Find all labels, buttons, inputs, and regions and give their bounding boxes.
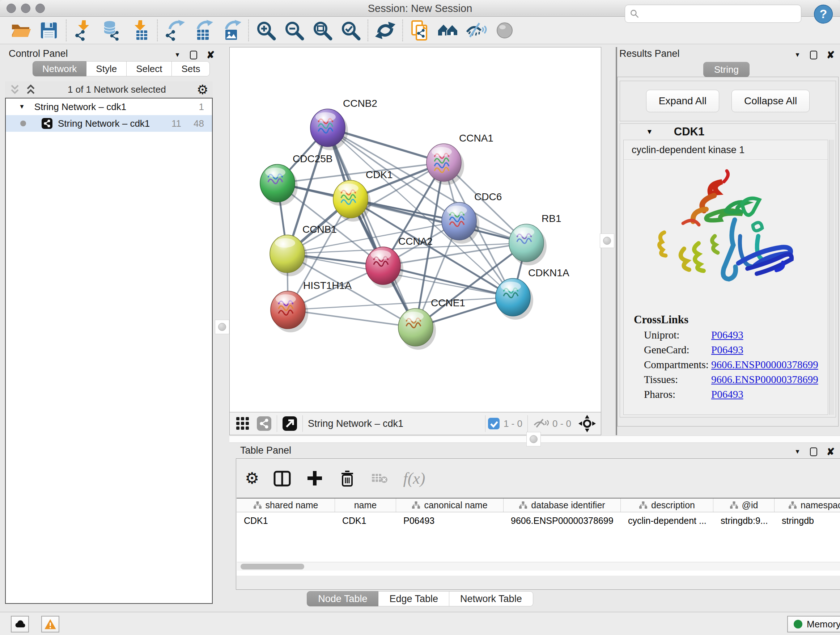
column-header-canonical-name[interactable]: canonical name bbox=[396, 499, 504, 512]
expand-all-button[interactable]: Expand All bbox=[646, 90, 719, 112]
selected-checkbox-icon[interactable] bbox=[488, 417, 500, 430]
cell[interactable]: stringdb bbox=[775, 512, 840, 529]
delete-column-icon[interactable] bbox=[338, 469, 357, 488]
import-table-file-button[interactable] bbox=[126, 18, 154, 43]
add-column-icon[interactable] bbox=[305, 469, 324, 488]
zoom-in-button[interactable] bbox=[252, 18, 280, 43]
results-scrollbar[interactable] bbox=[829, 140, 834, 415]
network-collection-row[interactable]: ▼ String Network – cdk1 1 bbox=[6, 98, 212, 115]
tab-node-table[interactable]: Node Table bbox=[307, 591, 378, 606]
float-menu-icon[interactable]: ▼ bbox=[174, 51, 180, 59]
import-network-database-button[interactable] bbox=[98, 18, 126, 43]
left-splitter-grip[interactable] bbox=[215, 320, 229, 334]
right-splitter-grip[interactable] bbox=[600, 233, 614, 248]
float-menu-icon[interactable]: ▼ bbox=[794, 51, 801, 59]
hidden-items-icon[interactable] bbox=[533, 417, 549, 430]
export-table-button[interactable] bbox=[189, 18, 217, 43]
column-header--id[interactable]: @id bbox=[714, 499, 775, 512]
cell[interactable]: 9606.ENSP00000378699 bbox=[504, 512, 621, 529]
crosslink-link[interactable]: 9606.ENSP00000378699 bbox=[711, 374, 818, 386]
label-CCNA1: CCNA1 bbox=[459, 133, 493, 144]
collapse-all-icon[interactable] bbox=[9, 84, 21, 96]
float-panel-icon[interactable] bbox=[810, 448, 817, 456]
scrollbar-thumb[interactable] bbox=[240, 564, 304, 570]
network-canvas[interactable]: CCNB2CCNA1CDC25BCDK1CDC6RB1CCNB1CCNA2CDK… bbox=[229, 47, 601, 412]
node-RB1[interactable] bbox=[509, 224, 546, 265]
fit-selected-crosshair-icon[interactable] bbox=[578, 415, 596, 432]
protein-card-header[interactable]: ▼ CDK1 bbox=[620, 124, 836, 140]
collapse-section-icon[interactable]: ▼ bbox=[646, 128, 653, 136]
cell[interactable]: CDK1 bbox=[335, 512, 396, 529]
table-horizontal-scrollbar[interactable] bbox=[237, 562, 840, 570]
horizontal-splitter-grip[interactable] bbox=[526, 432, 541, 447]
tab-edge-table[interactable]: Edge Table bbox=[378, 591, 449, 606]
network-row[interactable]: String Network – cdk1 11 48 bbox=[6, 115, 212, 132]
tab-style[interactable]: Style bbox=[87, 61, 126, 76]
float-panel-icon[interactable] bbox=[810, 51, 817, 59]
cell[interactable]: CDK1 bbox=[237, 512, 335, 529]
column-header-database-identifier[interactable]: database identifier bbox=[504, 499, 621, 512]
tab-sets[interactable]: Sets bbox=[172, 61, 210, 76]
crosslink-link[interactable]: 9606.ENSP00000378699 bbox=[711, 359, 818, 371]
cell[interactable]: P06493 bbox=[396, 512, 504, 529]
share-network-icon[interactable] bbox=[256, 416, 272, 431]
close-panel-icon[interactable]: ✘ bbox=[207, 49, 215, 61]
table-options-gear-icon[interactable]: ⚙ bbox=[245, 470, 259, 486]
search-input[interactable] bbox=[643, 9, 801, 19]
help-button[interactable]: ? bbox=[813, 4, 834, 24]
zoom-fit-button[interactable] bbox=[308, 18, 336, 43]
zoom-selected-button[interactable] bbox=[336, 18, 365, 43]
column-header-shared-name[interactable]: shared name bbox=[237, 499, 335, 512]
close-panel-icon[interactable]: ✘ bbox=[827, 446, 835, 458]
tab-select[interactable]: Select bbox=[126, 61, 172, 76]
open-in-new-window-icon[interactable] bbox=[282, 416, 297, 431]
node-CCNB2[interactable] bbox=[310, 109, 348, 150]
show-grid-icon[interactable] bbox=[235, 416, 250, 431]
node-HIST1H1A[interactable] bbox=[271, 291, 308, 333]
home-button[interactable] bbox=[434, 18, 462, 43]
warning-status-button[interactable] bbox=[41, 616, 59, 632]
node-CDKN1A[interactable] bbox=[496, 279, 533, 320]
column-header-name[interactable]: name bbox=[335, 499, 396, 512]
node-CDK1[interactable] bbox=[333, 180, 371, 222]
collapse-all-button[interactable]: Collapse All bbox=[731, 90, 810, 112]
crosslink-link[interactable]: P06493 bbox=[711, 388, 744, 401]
crosslink-link[interactable]: P06493 bbox=[711, 329, 744, 341]
node-CCNA2[interactable] bbox=[366, 247, 403, 288]
node-CDC25B[interactable] bbox=[260, 165, 298, 206]
close-panel-icon[interactable]: ✘ bbox=[827, 49, 835, 61]
show-columns-icon[interactable] bbox=[273, 469, 292, 488]
tab-network-table[interactable]: Network Table bbox=[449, 591, 533, 606]
cell[interactable]: cyclin-dependent ... bbox=[621, 512, 714, 529]
network-options-gear-icon[interactable]: ⚙ bbox=[197, 83, 208, 96]
crosslink-label: Compartments: bbox=[644, 359, 711, 371]
column-header-description[interactable]: description bbox=[621, 499, 714, 512]
tab-network[interactable]: Network bbox=[33, 61, 87, 76]
collection-expand-icon[interactable]: ▼ bbox=[19, 103, 25, 111]
float-panel-icon[interactable] bbox=[190, 51, 197, 59]
import-network-file-button[interactable] bbox=[69, 18, 98, 43]
open-session-button[interactable] bbox=[6, 18, 35, 43]
float-menu-icon[interactable]: ▼ bbox=[794, 448, 801, 455]
node-CCNA1[interactable] bbox=[426, 144, 464, 185]
column-header-namespace[interactable]: namespace bbox=[775, 499, 840, 512]
birds-eye-view-button[interactable] bbox=[491, 18, 519, 43]
clone-network-button[interactable] bbox=[406, 18, 434, 43]
crosslink-link[interactable]: P06493 bbox=[711, 344, 744, 356]
memory-button[interactable]: Memory bbox=[787, 616, 840, 632]
refresh-view-button[interactable] bbox=[371, 18, 399, 43]
node-CCNE1[interactable] bbox=[398, 309, 436, 350]
search-field[interactable] bbox=[625, 5, 801, 23]
zoom-out-button[interactable] bbox=[280, 18, 308, 43]
expand-all-icon[interactable] bbox=[25, 84, 37, 96]
hide-graphics-details-button[interactable] bbox=[462, 18, 491, 43]
edge-CCNB2-CCNE1[interactable] bbox=[328, 128, 416, 327]
export-network-button[interactable] bbox=[161, 18, 189, 43]
cloud-status-button[interactable] bbox=[11, 616, 29, 632]
table-row[interactable]: CDK1CDK1P064939606.ENSP00000378699cyclin… bbox=[237, 512, 840, 529]
tab-string[interactable]: String bbox=[703, 62, 750, 77]
string-network-graph[interactable]: CCNB2CCNA1CDC25BCDK1CDC6RB1CCNB1CCNA2CDK… bbox=[230, 48, 601, 412]
save-session-button[interactable] bbox=[35, 18, 63, 43]
cell[interactable]: stringdb:9... bbox=[714, 512, 775, 529]
export-image-button[interactable] bbox=[217, 18, 245, 43]
